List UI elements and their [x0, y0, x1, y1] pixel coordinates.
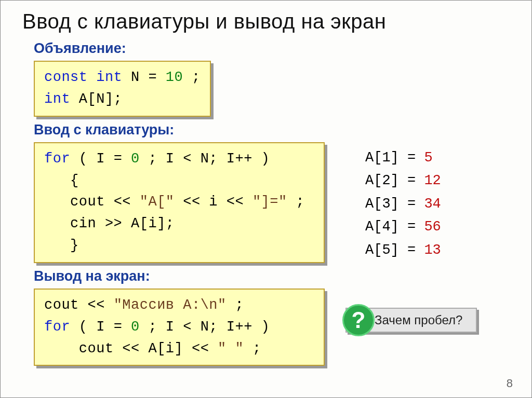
for-rest: N; I++ ): [201, 151, 270, 167]
cout-out: cout: [44, 297, 79, 313]
string-space: " ": [218, 341, 244, 356]
keyword-const: const: [44, 70, 88, 85]
page-number: 8: [507, 377, 513, 390]
ivar: i: [209, 194, 218, 210]
op-shl2: <<: [183, 194, 200, 210]
array-value-row: A[2] = 12: [365, 169, 441, 193]
slide-title: Ввод с клавиатуры и вывод на экран: [22, 10, 516, 33]
input-row: for ( I = 0 ; I < N; I++ ) { cout << "A[…: [22, 142, 516, 263]
keyword-int2: int: [44, 91, 70, 107]
op-shr: >>: [105, 216, 122, 231]
brace-close: }: [70, 238, 79, 253]
op-shl5: <<: [122, 341, 139, 356]
array-value-row: A[4] = 56: [365, 215, 441, 239]
callout-why-space: Зачем пробел? ?: [345, 308, 477, 333]
code-declaration: const int N = 10 ; int A[N];: [34, 61, 211, 117]
string-a-open: "A[": [140, 194, 175, 210]
op-eq: =: [148, 70, 157, 85]
cin-arr: A[i];: [131, 216, 175, 231]
for-open: ( I: [79, 151, 105, 167]
array-value-row: A[1] = 5: [365, 146, 441, 170]
keyword-int: int: [96, 70, 122, 85]
string-a-close: "]=": [252, 194, 287, 210]
section-declaration-label: Объявление:: [34, 40, 516, 57]
op-shl6: <<: [192, 341, 209, 356]
brace-open: {: [70, 173, 79, 188]
keyword-for: for: [44, 151, 70, 167]
for-rest2: N; I++ ): [201, 319, 270, 335]
array-decl: A[N];: [79, 91, 123, 107]
op-shl: <<: [114, 194, 131, 210]
code-output: cout << "Массив A:\n" ; for ( I = 0 ; I …: [34, 289, 325, 366]
cout: cout: [70, 194, 105, 210]
for-lt2: <: [183, 319, 192, 335]
semi2: ;: [296, 194, 304, 210]
slide: Ввод с клавиатуры и вывод на экран Объяв…: [1, 1, 531, 397]
for-cond2: ; I: [148, 319, 174, 335]
for-cond: ; I: [148, 151, 174, 167]
section-output-label: Вывод на экран:: [34, 268, 516, 284]
op-shl3: <<: [227, 194, 244, 210]
semi4: ;: [252, 341, 261, 356]
for-zero2: 0: [131, 319, 140, 335]
cin: cin: [70, 216, 96, 231]
code-input: for ( I = 0 ; I < N; I++ ) { cout << "A[…: [34, 142, 325, 263]
callout-text: Зачем пробел?: [375, 313, 462, 327]
for-zero: 0: [131, 151, 140, 167]
for-lt: <: [183, 151, 192, 167]
semi: ;: [192, 70, 201, 85]
cout-out2: cout: [79, 341, 114, 356]
array-values-list: A[1] = 5 A[2] = 12 A[3] = 34 A[4] = 56 A…: [365, 146, 441, 262]
string-massiv: "Массив A:\n": [114, 297, 227, 313]
op-shl4: <<: [88, 297, 105, 313]
array-value-row: A[5] = 13: [365, 239, 441, 262]
question-mark-icon: ?: [342, 304, 375, 336]
out-ai: A[i]: [148, 341, 183, 356]
keyword-for2: for: [44, 319, 70, 335]
semi3: ;: [235, 297, 244, 313]
literal-10: 10: [166, 70, 183, 85]
array-value-row: A[3] = 34: [365, 193, 441, 216]
section-input-label: Ввод с клавиатуры:: [34, 122, 516, 138]
for-open2: ( I: [79, 319, 105, 335]
ident-n: N: [131, 70, 140, 85]
for-eq: =: [114, 151, 123, 167]
for-eq2: =: [114, 319, 123, 335]
